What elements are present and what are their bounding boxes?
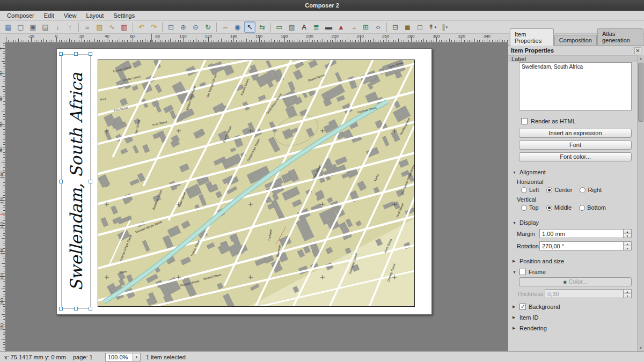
tab-item-properties[interactable]: Item Properties [510,28,554,46]
selection-handle[interactable] [59,52,63,56]
close-icon[interactable]: ✕ [634,47,641,54]
composition-page[interactable]: Swellendam, South Africa [56,48,432,315]
scroll-down-icon[interactable]: ▼ [638,345,644,351]
add-arrow-button[interactable]: → [348,21,359,33]
export-pdf-button[interactable]: ▥ [119,21,130,33]
move-item-content-button[interactable]: ⇆ [257,21,268,33]
spin-up-icon[interactable]: ▲ [624,230,631,234]
spin-up-icon[interactable]: ▲ [624,242,631,246]
scroll-up-icon[interactable]: ▲ [638,55,644,62]
rendering-section-header[interactable]: ▶ Rendering [513,325,637,331]
save-template-button[interactable]: ↑ [64,21,76,33]
spin-down-icon[interactable]: ▼ [624,234,631,238]
tab-composition[interactable]: Composition [554,35,597,45]
undo-button[interactable]: ↶ [136,21,147,33]
scrollbar-thumb[interactable] [638,63,643,122]
zoom-tool-button[interactable]: ◉ [232,21,243,33]
render-as-html-checkbox[interactable] [521,118,528,124]
frame-section-header[interactable]: ▼ Frame [513,269,637,275]
margin-value[interactable]: 1,00 mm [540,230,623,238]
ruler-tick [469,40,470,42]
menu-edit[interactable]: Edit [39,11,59,20]
raise-items-button[interactable]: ↟▾ [427,21,438,33]
frame-color-button[interactable]: ■Color... [519,277,632,286]
rotation-value[interactable]: 270,00 ° [540,242,623,250]
zoom-out-button[interactable]: ⊖ [190,21,201,33]
map-item[interactable]: Cyprus StreetKoster StreetHoutKort Stree… [98,60,415,307]
add-html-frame-button[interactable]: ‹› [372,21,384,33]
selection-handle[interactable] [74,52,78,56]
add-new-map-button[interactable]: ▭ [274,21,285,33]
tab-atlas-generation[interactable]: Atlas generation [597,28,643,45]
position-size-section-header[interactable]: ▶ Position and size [513,258,637,264]
thickness-spinbox[interactable]: 0,30 ▲ ▼ [545,289,632,298]
alignment-section-header[interactable]: ▼ Alignment [513,169,637,175]
font-color-button[interactable]: Font color... [519,152,632,161]
add-shape-button[interactable]: ▲ [335,21,347,33]
radio-vertical-top[interactable]: Top [521,204,539,211]
display-section-header[interactable]: ▼ Display [513,219,637,226]
menu-view[interactable]: View [59,11,82,20]
menu-composer[interactable]: Composer [2,11,39,20]
background-section-header[interactable]: ▶ Background [513,304,637,310]
group-items-button[interactable]: ⊟ [390,21,401,33]
radio-horizontal-right[interactable]: Right [580,187,602,193]
background-checkbox[interactable] [519,304,526,310]
menu-layout[interactable]: Layout [81,11,108,20]
add-scalebar-button[interactable]: ▬ [323,21,334,33]
dock-scrollbar[interactable]: ▲ ▼ [637,55,644,351]
pan-button[interactable]: ⇔ [219,21,231,33]
radio-horizontal-left[interactable]: Left [521,187,539,193]
lock-items-button[interactable]: ◼ [402,21,413,33]
composition-canvas[interactable]: Swellendam, South Africa [5,42,508,351]
add-label-button[interactable]: A [298,21,310,33]
label-text-input[interactable]: Swellendam, South Africa [519,62,632,110]
spin-down-icon[interactable]: ▼ [624,294,631,298]
map-canvas: Cyprus StreetKoster StreetHoutKort Stree… [98,60,415,307]
radio-vertical-bottom[interactable]: Bottom [579,204,606,211]
new-composer-button[interactable]: ▢ [15,21,26,33]
zoom-combo[interactable]: 100.0% ▼ [105,353,141,361]
menu-settings[interactable]: Settings [108,11,140,20]
frame-checkbox[interactable] [519,269,526,275]
save-project-button[interactable]: ▦ [3,21,14,33]
font-button[interactable]: Font [519,141,632,150]
margin-spinbox[interactable]: 1,00 mm ▲ ▼ [539,229,632,238]
combo-arrow-icon[interactable]: ▼ [133,353,140,361]
selection-handle[interactable] [89,52,92,56]
add-legend-button[interactable]: ≣ [311,21,322,33]
add-image-button[interactable]: ▨ [286,21,297,33]
render-as-html-row[interactable]: Render as HTML [521,118,637,124]
selection-handle[interactable] [89,307,92,311]
export-svg-button[interactable]: ∿ [106,21,118,33]
zoom-in-button[interactable]: ⊕ [178,21,189,33]
duplicate-composer-button[interactable]: ▣ [27,21,39,33]
selection-handle[interactable] [59,180,63,183]
insert-expression-button[interactable]: Insert an expression [519,129,632,138]
composer-manager-button[interactable]: ▤ [40,21,51,33]
item-id-section-header[interactable]: ▶ Item ID [513,314,637,321]
redo-button[interactable]: ↷ [148,21,159,33]
radio-vertical-middle[interactable]: Middle [546,204,572,211]
zoom-full-button[interactable]: ⊡ [165,21,177,33]
selection-handle[interactable] [59,307,63,311]
selection-handle[interactable] [74,307,78,311]
window-titlebar[interactable]: Composer 2 [0,0,644,11]
load-template-button[interactable]: ↓ [52,21,63,33]
export-image-button[interactable]: ▧ [94,21,105,33]
radio-horizontal-center[interactable]: Center [546,187,572,193]
spin-up-icon[interactable]: ▲ [624,290,631,294]
spin-down-icon[interactable]: ▼ [624,246,631,250]
print-button[interactable]: ≡ [82,21,93,33]
label-item[interactable]: Swellendam, South Africa [61,54,91,309]
selection-handle[interactable] [89,180,92,183]
unlock-items-button[interactable]: ◻ [414,21,426,33]
zoom-value[interactable]: 100.0% [106,353,133,361]
rotation-spinbox[interactable]: 270,00 ° ▲ ▼ [539,241,632,250]
refresh-view-button[interactable]: ↻ [202,21,214,33]
thickness-value[interactable]: 0,30 [545,290,623,298]
align-items-button[interactable]: ∥▾ [439,21,450,33]
select-move-item-button[interactable]: ↖ [244,21,255,33]
ruler-tick [3,205,5,206]
add-attribute-table-button[interactable]: ⊞ [360,21,371,33]
